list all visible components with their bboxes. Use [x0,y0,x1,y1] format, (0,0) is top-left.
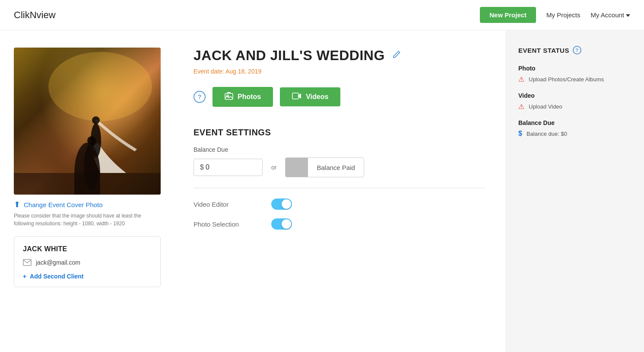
svg-rect-10 [227,92,231,93]
balance-row: $ or Balance Paid [194,157,485,177]
right-panel: EVENT STATUS ? Photo ⚠ Upload Photos/Cre… [506,30,644,352]
client-email-row: jack@gmail.com [23,259,152,266]
action-buttons-row: ? Photos [194,87,485,107]
warning-icon: ⚠ [518,75,524,83]
cover-photo-image [14,48,161,195]
new-project-button[interactable]: New Project [480,7,536,23]
svg-point-6 [92,116,100,124]
event-title-row: JACK AND JILL'S WEDDING [194,48,485,64]
balance-status-item: $ Balance due: $0 [518,130,632,138]
svg-rect-7 [23,259,31,266]
photo-status-title: Photo [518,65,632,72]
svg-point-5 [87,136,96,145]
balance-input[interactable] [206,163,240,171]
photo-selection-label: Photo Selection [194,221,263,228]
balance-paid-button[interactable]: Balance Paid [285,157,364,177]
photos-button[interactable]: Photos [213,87,273,107]
client-email: jack@gmail.com [36,259,80,266]
my-account-link[interactable]: My Account [590,11,630,19]
header-nav: New Project My Projects My Account [480,7,630,23]
videos-button[interactable]: Videos [280,87,340,106]
photo-selection-row: Photo Selection [194,218,485,230]
main-container: ⬆ Change Event Cover Photo Please consid… [0,30,644,352]
or-text: or [271,164,276,171]
video-status-item: ⚠ Upload Video [518,102,632,111]
event-settings-title: EVENT SETTINGS [194,128,485,138]
svg-point-1 [48,52,152,121]
chevron-down-icon [626,14,630,17]
photo-selection-knob [282,219,291,229]
status-help-icon[interactable]: ? [573,46,581,54]
photo-status-item: ⚠ Upload Photos/Create Albums [518,75,632,83]
photo-selection-toggle[interactable] [271,218,292,230]
app-logo: ClikNview [14,10,56,21]
photos-icon [225,92,233,102]
add-second-client-button[interactable]: + Add Second Client [23,273,152,280]
currency-symbol: $ [200,163,204,171]
settings-divider [194,188,485,188]
balance-paid-label: Balance Paid [308,158,363,177]
balance-status-section: Balance Due $ Balance due: $0 [518,119,632,138]
help-circle-icon[interactable]: ? [194,91,206,103]
client-name: JACK WHITE [23,245,152,253]
warning-icon-video: ⚠ [518,102,524,111]
video-status-title: Video [518,92,632,99]
svg-point-3 [84,143,99,190]
video-editor-label: Video Editor [194,201,263,208]
video-status-section: Video ⚠ Upload Video [518,92,632,111]
balance-input-wrapper[interactable]: $ [194,159,263,176]
main-content: JACK AND JILL'S WEDDING Event date: Aug … [173,30,506,352]
video-editor-row: Video Editor [194,198,485,210]
left-panel: ⬆ Change Event Cover Photo Please consid… [0,30,173,352]
svg-point-4 [91,123,101,158]
balance-status-title: Balance Due [518,119,632,126]
cover-photo [14,48,161,195]
my-projects-link[interactable]: My Projects [546,11,580,19]
videos-icon [292,93,301,101]
edit-icon[interactable] [392,50,401,61]
event-status-header: EVENT STATUS ? [518,46,632,54]
header: ClikNview New Project My Projects My Acc… [0,0,644,30]
svg-rect-2 [14,173,161,195]
email-icon [23,259,32,266]
video-editor-knob [282,199,291,209]
upload-icon: ⬆ [14,200,20,209]
change-photo-link[interactable]: ⬆ Change Event Cover Photo [14,200,162,209]
photo-status-section: Photo ⚠ Upload Photos/Create Albums [518,65,632,83]
dollar-icon: $ [518,130,522,138]
svg-rect-11 [292,93,298,99]
svg-rect-0 [14,48,161,195]
balance-paid-toggle[interactable] [286,158,308,177]
client-card: JACK WHITE jack@gmail.com + Add Second C… [14,236,161,287]
photo-hint: Please consider that the image should ha… [14,212,152,227]
event-date: Event date: Aug 18, 2019 [194,68,485,75]
event-title: JACK AND JILL'S WEDDING [194,48,385,64]
balance-due-label: Balance Due [194,146,485,153]
video-editor-toggle[interactable] [271,198,292,210]
